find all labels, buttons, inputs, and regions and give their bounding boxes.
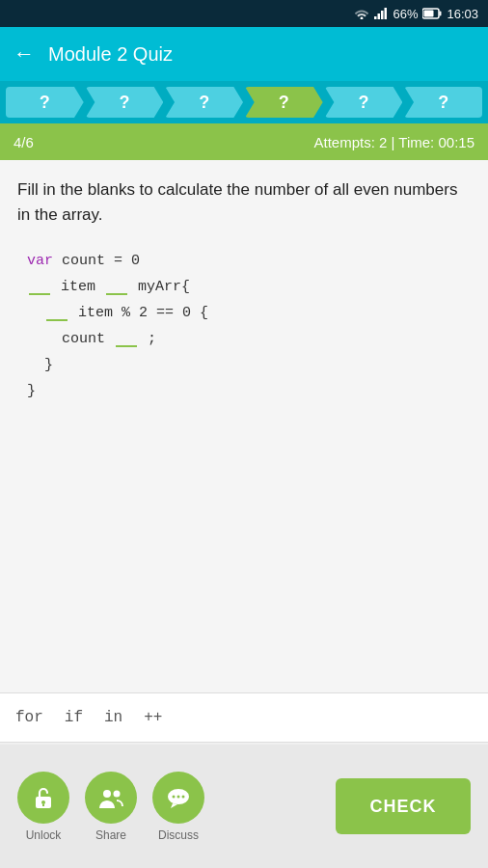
tab-5[interactable]: ?: [325, 87, 403, 118]
blank-1[interactable]: [29, 278, 50, 295]
tab-1[interactable]: ?: [6, 87, 84, 118]
answer-options: for if in ++: [15, 709, 162, 726]
svg-rect-3: [385, 8, 388, 19]
svg-point-8: [41, 800, 45, 804]
unlock-label: Unlock: [26, 828, 62, 842]
main-content: Fill in the blanks to calculate the numb…: [0, 160, 488, 694]
battery-icon: [422, 8, 442, 19]
svg-rect-2: [381, 11, 384, 19]
discuss-label: Discuss: [158, 828, 199, 842]
content-area: Fill in the blanks to calculate the numb…: [0, 160, 488, 416]
unlock-button[interactable]: Unlock: [17, 772, 69, 842]
header-title: Module 2 Quiz: [48, 43, 173, 66]
svg-point-10: [103, 790, 111, 798]
progress-tabs: ? ? ? ? ? ?: [0, 81, 488, 123]
action-buttons: Unlock Share: [17, 772, 204, 842]
discuss-icon: [165, 785, 192, 810]
share-icon: [97, 785, 124, 810]
svg-point-11: [114, 790, 121, 797]
tab-4[interactable]: ?: [245, 87, 323, 118]
unlock-icon: [31, 785, 56, 810]
unlock-circle: [17, 772, 69, 824]
code-line-2: item myArr{: [27, 274, 471, 300]
code-line-3: item % 2 == 0 {: [27, 300, 471, 326]
svg-point-15: [177, 795, 180, 798]
share-circle: [85, 772, 137, 824]
blank-3[interactable]: [46, 304, 68, 321]
code-line-1: var count = 0: [27, 248, 471, 274]
option-if[interactable]: if: [65, 709, 83, 726]
discuss-circle: [152, 772, 204, 824]
progress-indicator: 4/6: [14, 134, 34, 150]
attempts-time: Attempts: 2 | Time: 00:15: [314, 134, 475, 150]
code-block: var count = 0 item myArr{ item % 2 == 0 …: [17, 248, 471, 404]
code-line-6: }: [27, 378, 471, 404]
svg-point-16: [182, 795, 185, 798]
svg-rect-6: [424, 11, 434, 17]
question-text: Fill in the blanks to calculate the numb…: [17, 177, 471, 227]
blank-4[interactable]: [116, 330, 137, 347]
option-plusplus[interactable]: ++: [144, 709, 162, 726]
check-button[interactable]: CHECK: [336, 778, 471, 834]
bottom-bar: Unlock Share: [0, 745, 488, 868]
option-for[interactable]: for: [15, 709, 43, 726]
svg-rect-0: [374, 16, 377, 19]
wifi-icon: [354, 8, 369, 19]
blank-2[interactable]: [106, 278, 127, 295]
tab-6[interactable]: ?: [404, 87, 482, 118]
svg-rect-1: [378, 14, 381, 19]
time-text: 16:03: [447, 7, 478, 21]
header: ← Module 2 Quiz: [0, 27, 488, 81]
option-in[interactable]: in: [104, 709, 122, 726]
answer-bar: for if in ++: [0, 692, 488, 743]
attempts-text: Attempts: 2: [314, 134, 388, 150]
time-text: Time: 00:15: [398, 134, 474, 150]
keyword-var: var: [27, 253, 53, 269]
share-button[interactable]: Share: [85, 772, 137, 842]
svg-rect-5: [440, 12, 442, 16]
share-label: Share: [95, 828, 126, 842]
code-line-4: count ;: [27, 326, 471, 352]
info-bar: 4/6 Attempts: 2 | Time: 00:15: [0, 123, 488, 160]
tab-2[interactable]: ?: [86, 87, 164, 118]
status-bar: 66% 16:03: [0, 0, 488, 27]
signal-icon: [374, 8, 388, 19]
tab-3[interactable]: ?: [165, 87, 243, 118]
svg-point-14: [173, 795, 176, 798]
status-icons: 66% 16:03: [354, 7, 478, 21]
back-button[interactable]: ←: [14, 41, 35, 67]
discuss-button[interactable]: Discuss: [152, 772, 204, 842]
code-line-5: }: [27, 352, 471, 378]
battery-text: 66%: [393, 7, 418, 21]
